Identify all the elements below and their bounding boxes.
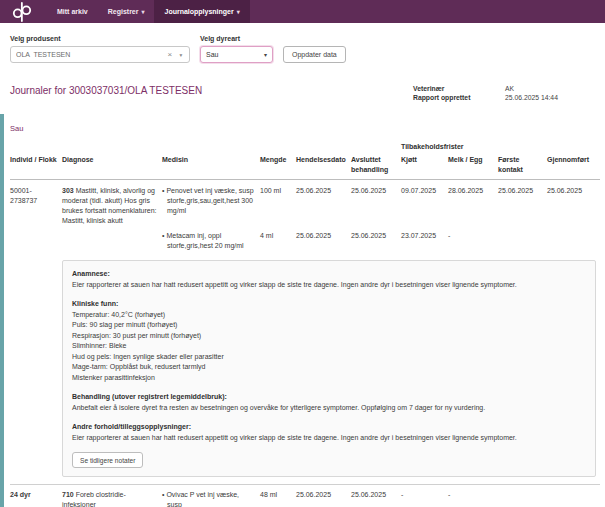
diagnose-cell: 710 Foreb clostridie-infeksjoner <box>62 490 162 507</box>
nav-registrer[interactable]: Registrer <box>98 0 155 23</box>
kliniske-line: Mistenker parasittinfeksjon <box>72 373 586 384</box>
nav-mitt-arkiv[interactable]: Mitt arkiv <box>47 0 98 23</box>
individ-cell: 50001-2738737 <box>10 186 62 484</box>
first-contact-cell <box>498 490 547 507</box>
event-date-cell: 25.06.2025 <box>296 490 351 507</box>
clear-icon[interactable] <box>163 50 176 59</box>
anamnese-text: Eier rapporterer at sauen har hatt redus… <box>72 280 586 291</box>
chevron-down-icon <box>141 9 144 15</box>
completed-cell <box>547 490 600 507</box>
producer-combobox[interactable]: OLA TESTESEN <box>10 46 190 63</box>
individ-cell: 24 dyr <box>10 490 62 507</box>
table-row: 50001-2738737 303 Mastitt, klinisk, alvo… <box>10 180 600 484</box>
amount-cell: 48 ml <box>260 490 296 507</box>
medicine-name: Penovet vet inj væske, susp storfe,gris,… <box>162 186 260 216</box>
species-label: Velg dyreart <box>200 35 273 42</box>
medicine-line: Penovet vet inj væske, susp storfe,gris,… <box>162 186 600 216</box>
journal-section-sau: Sau Tilbakeholdsfrister Individ / Flokk … <box>0 114 605 507</box>
chevron-down-icon <box>264 51 267 58</box>
withholding-group-header: Tilbakeholdsfrister <box>401 142 600 152</box>
first-contact-cell <box>498 231 547 251</box>
col-kjott: Kjøtt <box>401 155 448 175</box>
dhp-logo-icon <box>9 2 35 22</box>
col-melk-egg: Melk / Egg <box>448 155 498 175</box>
kliniske-line: Respirasjon: 30 pust per minutt (forhøye… <box>72 331 586 342</box>
kliniske-line: Slimhinner: Bleke <box>72 341 586 352</box>
medicine-line: Metacam inj, oppl storfe,gris,hest 20 mg… <box>162 231 600 251</box>
nav-journalopplysninger-label: Journalopplysninger <box>164 8 233 15</box>
col-individ: Individ / Flokk <box>10 155 62 175</box>
nav-mitt-arkiv-label: Mitt arkiv <box>57 8 88 15</box>
diagnose-cell: 303 Mastitt, klinisk, alvorlig og modera… <box>62 186 162 251</box>
diagnosis-text: Mastitt, klinisk, alvorlig og moderat (t… <box>62 187 157 224</box>
completed-cell: 25.06.2025 <box>547 186 600 216</box>
kliniske-line: Hud og pels: Ingen synlige skader eller … <box>72 352 586 363</box>
end-date-cell: 25.06.2025 <box>351 186 401 216</box>
update-data-button[interactable]: Oppdater data <box>283 46 346 63</box>
producer-label: Velg produsent <box>10 35 190 42</box>
species-field: Velg dyreart Sau <box>200 35 273 63</box>
report-header: Journaler for 3003037031/OLA TESTESEN Ve… <box>0 85 605 101</box>
meat-withholding-cell: 23.07.2025 <box>401 231 448 251</box>
journal-notes-box: Anamnese: Eier rapporterer at sauen har … <box>62 260 596 477</box>
col-medisin: Medisin <box>162 155 260 175</box>
chevron-down-icon <box>237 9 240 15</box>
top-navbar: Mitt arkiv Registrer Journalopplysninger <box>0 0 605 23</box>
kliniske-line: Mage-tarm: Oppblåst buk, redusert tarmly… <box>72 362 586 373</box>
event-date-cell: 25.06.2025 <box>296 186 351 216</box>
first-contact-cell: 25.06.2025 <box>498 186 547 216</box>
col-forste-kontakt: Første kontakt <box>498 155 547 175</box>
event-date-cell: 25.06.2025 <box>296 231 351 251</box>
meat-withholding-cell: 09.07.2025 <box>401 186 448 216</box>
section-title: Sau <box>10 124 600 133</box>
producer-field: Velg produsent OLA TESTESEN <box>10 35 190 63</box>
col-avsluttet-behandling: Avsluttet behandling <box>351 155 401 175</box>
medicine-name: Metacam inj, oppl storfe,gris,hest 20 mg… <box>162 231 260 251</box>
behandling-text: Anbefalt eier å isolere dyret fra resten… <box>72 403 586 414</box>
kliniske-line: Temperatur: 40,2°C (forhøyet) <box>72 310 586 321</box>
table-header-row: Individ / Flokk Diagnose Medisin Mengde … <box>10 155 600 180</box>
species-value: Sau <box>206 51 218 58</box>
milk-egg-withholding-cell: 28.06.2025 <box>448 186 498 216</box>
dhp-logo[interactable] <box>0 0 47 23</box>
vet-label: Veterinær <box>413 85 501 92</box>
species-select[interactable]: Sau <box>200 46 273 63</box>
milk-egg-withholding-cell: - <box>448 490 498 507</box>
filter-bar: Velg produsent OLA TESTESEN Velg dyreart… <box>0 23 605 73</box>
andre-forhold-label: Andre forhold/tilleggsopplysninger: <box>72 422 586 433</box>
amount-cell: 100 ml <box>260 186 296 216</box>
kliniske-line: Puls: 90 slag per minutt (forhøyet) <box>72 320 586 331</box>
col-gjennomfort: Gjennomført <box>547 155 600 175</box>
col-diagnose: Diagnose <box>62 155 162 175</box>
milk-egg-withholding-cell: - <box>448 231 498 251</box>
end-date-cell: 25.06.2025 <box>351 490 401 507</box>
meat-withholding-cell: - <box>401 490 448 507</box>
andre-forhold-text: Eier rapporterer at sauen har hatt redus… <box>72 433 586 444</box>
diagnosis-code: 710 <box>62 491 74 498</box>
chevron-down-icon[interactable] <box>176 52 184 58</box>
anamnese-label: Anamnese: <box>72 269 586 280</box>
table-row: 24 dyr 710 Foreb clostridie-infeksjoner … <box>10 484 600 507</box>
kliniske-funn-label: Kliniske funn: <box>72 299 586 310</box>
previous-notes-button[interactable]: Se tidligere notater <box>72 452 143 468</box>
diagnosis-code: 303 <box>62 187 74 194</box>
report-meta: Veterinær AK Rapport opprettet 25.06.202… <box>413 85 595 101</box>
end-date-cell: 25.06.2025 <box>351 231 401 251</box>
completed-cell <box>547 231 600 251</box>
nav-registrer-label: Registrer <box>108 8 139 15</box>
amount-cell: 4 ml <box>260 231 296 251</box>
report-created-value: 25.06.2025 14:44 <box>505 94 595 101</box>
col-mengde: Mengde <box>260 155 296 175</box>
nav-journalopplysninger[interactable]: Journalopplysninger <box>154 0 249 23</box>
vet-value: AK <box>505 85 595 92</box>
col-hendelsesdato: Hendelsesdato <box>296 155 351 175</box>
report-created-label: Rapport opprettet <box>413 94 501 101</box>
producer-value: OLA TESTESEN <box>16 51 163 58</box>
behandling-label: Behandling (utover registrert legemiddel… <box>72 392 586 403</box>
medicine-name: Ovivac P vet inj væske, susp <box>162 490 260 507</box>
page-title: Journaler for 3003037031/OLA TESTESEN <box>10 85 202 101</box>
